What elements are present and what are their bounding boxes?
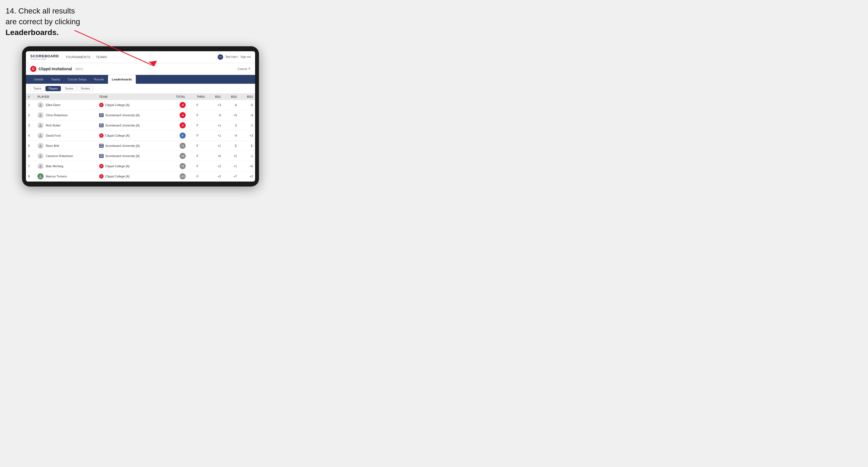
team-logo-sb [99,123,103,127]
team-logo-sb [99,154,103,158]
tablet-frame: SCOREBOARD Powered by clippd TOURNAMENTS… [22,46,259,187]
filter-teams[interactable]: Teams [30,86,44,91]
tournament-logo: C [30,66,36,72]
tab-teams[interactable]: Teams [48,75,64,84]
team-logo-c: C [99,103,103,107]
cell-player: Blair McHarg [35,161,97,171]
table-row: 7Blair McHargCClippd College [A]+9F+2+1+… [26,161,255,171]
tablet-screen: SCOREBOARD Powered by clippd TOURNAMENTS… [26,51,255,182]
player-name: Chris Robertson [46,114,67,117]
tab-course-setup[interactable]: Course Setup [64,75,90,84]
nav-teams[interactable]: TEAMS [96,55,107,59]
cell-team: Scoreboard University [A] [97,110,166,120]
player-name: David Ford [46,134,61,137]
cell-pos: 3 [26,120,35,130]
cell-rd1: +2 [207,171,223,181]
cell-player: David Ford [35,130,97,141]
cell-rd2: +2 [223,151,239,161]
cell-pos: 1 [26,100,35,110]
cell-rd3: +2 [239,171,255,181]
score-badge: +11 [180,173,186,179]
cell-total: +6 [166,151,188,161]
nav-tournaments[interactable]: TOURNAMENTS [66,55,90,59]
cell-pos: 5 [26,141,35,151]
sign-out-link[interactable]: Sign out [241,55,251,58]
leaderboard-table: # PLAYER TEAM TOTAL THRU RD1 RD2 RD3 1El… [26,94,255,182]
cell-thru: F [188,110,208,120]
cell-rd1: +1 [207,120,223,130]
cell-rd2: +5 [223,110,239,120]
player-avatar [37,153,43,159]
score-badge: E [180,132,186,138]
app-logo: SCOREBOARD [30,54,59,58]
cell-rd1: +1 [207,130,223,141]
tab-results[interactable]: Results [90,75,108,84]
cell-team: Scoreboard University [A] [97,141,166,151]
cell-rd3: -1 [239,120,255,130]
tournament-left: C Clippd Invitational (Men) [30,66,83,72]
table-row: 1Elliot EbertCClippd College [A]-8F+3-6-… [26,100,255,110]
filter-strokes[interactable]: Strokes [78,86,93,91]
instruction-text: 14. Check all results are correct by cli… [5,5,80,38]
score-badge: -4 [180,112,186,118]
table-row: 2Chris RobertsonScoreboard University [A… [26,110,255,120]
filter-scores[interactable]: Scores [62,86,76,91]
score-badge: -8 [180,102,186,108]
tournament-name: Clippd Invitational [38,67,72,71]
cell-player: Rich Butler [35,120,97,130]
cell-player: Cameron Robertson [35,151,97,161]
col-pos: # [26,94,35,100]
player-avatar [37,173,43,179]
cancel-button[interactable]: Cancel ✕ [238,67,251,70]
cell-total: +1 [166,141,188,151]
table-row: 6Cameron RobertsonScoreboard University … [26,151,255,161]
cell-rd1: +3 [207,100,223,110]
cell-thru: F [188,171,208,181]
instruction-line2: are correct by clicking [5,18,80,26]
cell-thru: F [188,161,208,171]
tab-details[interactable]: Details [30,75,48,84]
cell-total: -4 [166,110,188,120]
table-row: 8Marcus TurnersCClippd College [A]+11F+2… [26,171,255,181]
team-name: Clippd College [A] [105,175,129,178]
nav-links: TOURNAMENTS TEAMS [66,55,211,59]
team-logo-sb [99,113,103,117]
cell-rd1: -5 [207,110,223,120]
player-name: Marcus Turners [46,175,67,178]
cell-total: -2 [166,120,188,130]
cell-player: Chris Robertson [35,110,97,120]
cell-rd2: -4 [223,130,239,141]
cell-thru: F [188,141,208,151]
col-thru: THRU [188,94,208,100]
cell-player: Marcus Turners [35,171,97,181]
cell-thru: F [188,130,208,141]
cell-rd2: E [223,141,239,151]
cell-rd1: +5 [207,151,223,161]
cell-team: CClippd College [A] [97,130,166,141]
filter-players[interactable]: Players [45,86,61,91]
cell-thru: F [188,120,208,130]
cell-rd1: +1 [207,141,223,151]
cell-team: Scoreboard University [A] [97,120,166,130]
nav-right: TU Test User | Sign out [218,54,251,60]
player-avatar [37,132,43,138]
cell-rd3: -4 [239,110,255,120]
tab-leaderboards[interactable]: Leaderboards [108,75,136,84]
instruction-line3: Leaderboards. [5,28,59,37]
cell-thru: F [188,151,208,161]
instruction-line1: 14. Check all results [5,7,75,15]
cell-team: Scoreboard University [A] [97,151,166,161]
cell-rd3: -1 [239,151,255,161]
cell-rd2: -6 [223,100,239,110]
top-nav: SCOREBOARD Powered by clippd TOURNAMENTS… [26,51,255,63]
cell-rd3: +3 [239,130,255,141]
col-rd1: RD1 [207,94,223,100]
team-name: Clippd College [A] [105,164,129,168]
cell-rd3: +6 [239,161,255,171]
user-avatar: TU [218,54,223,60]
logo-area: SCOREBOARD Powered by clippd [30,54,59,60]
team-logo-c: C [99,133,103,138]
cell-pos: 4 [26,130,35,141]
cell-team: CClippd College [A] [97,100,166,110]
team-name: Scoreboard University [A] [105,154,140,158]
